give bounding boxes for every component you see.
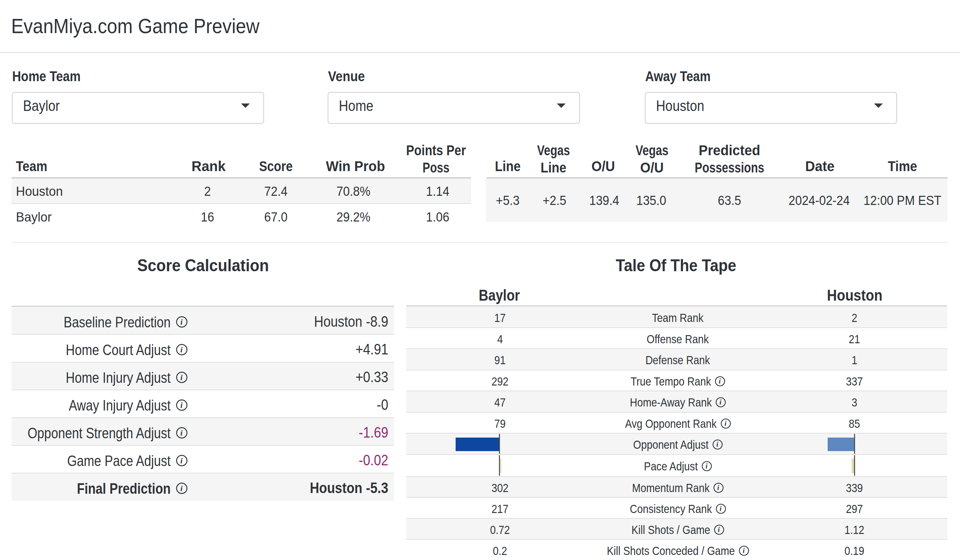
svg-text:i: i (181, 456, 183, 465)
svg-text:i: i (743, 546, 745, 555)
svg-text:i: i (181, 317, 183, 326)
svg-text:i: i (181, 401, 183, 410)
svg-text:i: i (181, 484, 183, 493)
svg-text:i: i (717, 483, 719, 492)
svg-text:i: i (181, 428, 183, 437)
svg-text:i: i (720, 504, 722, 513)
svg-text:i: i (706, 462, 707, 470)
svg-text:i: i (181, 345, 183, 354)
svg-text:i: i (725, 419, 726, 428)
svg-text:i: i (720, 398, 722, 406)
svg-text:i: i (716, 440, 718, 448)
svg-text:i: i (718, 525, 720, 534)
svg-text:i: i (181, 373, 183, 382)
svg-text:i: i (718, 377, 721, 385)
